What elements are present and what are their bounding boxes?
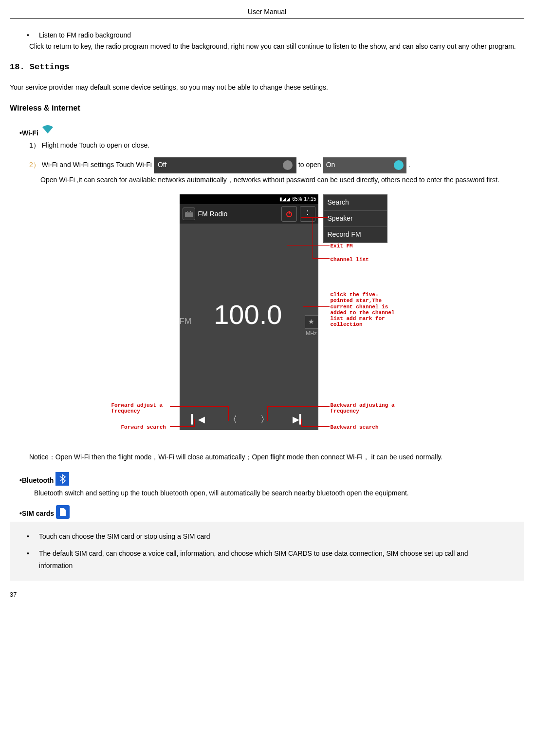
app-title: FM Radio <box>198 209 278 219</box>
sim-b2-text: The default SIM card, can choose a voice… <box>39 548 497 572</box>
wifi-settings-item: 2） Wi-Fi and Wi-Fi settings Touch Wi-Fi … <box>29 157 524 173</box>
wifi-toggle-on[interactable]: On <box>323 157 406 173</box>
bluetooth-icon <box>55 472 69 486</box>
ann-fwd-search: Forward search <box>121 424 166 430</box>
toggle-on-label: On <box>326 160 335 170</box>
wireless-heading: Wireless & internet <box>10 103 524 113</box>
ann-exit: Exit FM <box>331 243 353 249</box>
item2-mid: to open <box>298 160 321 170</box>
settings-heading: 18. Settings <box>10 61 524 73</box>
wifi-row: •Wi-Fi <box>19 123 524 138</box>
app-bar: FM Radio ⋮ <box>180 204 318 224</box>
next-freq-button[interactable]: 〉 <box>260 414 269 426</box>
mhz-label: MHz <box>306 330 317 337</box>
bullet-dot: • <box>27 548 29 572</box>
signal-icon: ▮◢◢ <box>279 196 290 203</box>
wifi-icon <box>38 123 55 138</box>
menu-popup: Search Speaker Record FM <box>323 194 387 243</box>
favorite-star-button[interactable]: ★ <box>305 315 318 329</box>
settings-intro: Your service provider may default some d… <box>10 83 524 93</box>
item1-num: 1） <box>29 141 40 149</box>
battery-pct: 65% <box>292 196 302 203</box>
frequency: 100.0 <box>191 296 304 334</box>
bluetooth-body: Bluetooth switch and setting up the touc… <box>34 489 524 498</box>
wifi-toggle-off[interactable]: Off <box>154 157 296 173</box>
sim-bullet-2: • The default SIM card, can choose a voi… <box>27 548 524 572</box>
prev-freq-button[interactable]: 〈 <box>228 414 237 426</box>
sim-label: •SIM cards <box>19 509 54 519</box>
item2-num: 2） <box>29 160 40 170</box>
item1-text: Flight mode Touch to open or close. <box>42 141 150 149</box>
header-title: User Manual <box>248 8 286 16</box>
wifi-label: •Wi-Fi <box>19 129 38 138</box>
sim-bullet-1: • Touch can choose the SIM card or stop … <box>27 530 524 543</box>
header: User Manual <box>10 7 524 19</box>
phone-frame: ▮◢◢ 65% 17:15 FM Radio ⋮ FM 100.0 ★ MHz <box>180 194 318 430</box>
nav-bar: ▎◀ 〈 〉 ▶▎ <box>180 409 318 430</box>
ann-bwd-search: Backward search <box>331 424 379 430</box>
ann-star: Click the five-pointed star,The current … <box>331 292 401 327</box>
bluetooth-row: •Bluetooth <box>19 472 524 486</box>
bullet-dot: • <box>27 530 29 543</box>
power-button[interactable] <box>281 206 297 222</box>
sim-icon <box>56 505 70 519</box>
ann-fwd-adj: Forward adjust a frequency <box>111 402 170 414</box>
fm-app-icon <box>183 208 195 220</box>
sim-row: •SIM cards <box>19 505 524 519</box>
fm-bg-bullet: • Listen to FM radio background <box>27 31 524 40</box>
menu-item-record[interactable]: Record FM <box>324 227 387 243</box>
fm-bg-desc: Click to return to key, the radio progra… <box>29 42 524 52</box>
toggle-off-label: Off <box>158 160 166 170</box>
flight-mode-item: 1） Flight mode Touch to open or close. <box>29 141 524 151</box>
fm-radio-diagram: ▮◢◢ 65% 17:15 FM Radio ⋮ FM 100.0 ★ MHz <box>92 194 442 443</box>
freq-area: FM 100.0 ★ MHz <box>180 224 318 409</box>
prev-search-button[interactable]: ▎◀ <box>191 414 205 426</box>
menu-item-search[interactable]: Search <box>324 195 387 211</box>
sim-b1-text: Touch can choose the SIM card or stop us… <box>39 530 210 543</box>
item2-end: . <box>408 160 410 170</box>
next-search-button[interactable]: ▶▎ <box>293 414 306 426</box>
item2-pre: Wi-Fi and Wi-Fi settings Touch Wi-Fi <box>42 160 152 170</box>
fm-bg-label: Listen to FM radio background <box>39 31 131 40</box>
page-number: 37 <box>10 590 524 599</box>
ann-bwd-adj: Backward adjusting a frequency <box>331 402 408 414</box>
menu-item-speaker[interactable]: Speaker <box>324 211 387 227</box>
bullet-dot: • <box>27 31 29 40</box>
ann-chlist: Channel list <box>331 257 369 263</box>
fm-label: FM <box>180 316 192 327</box>
wifi-notice: Notice：Open Wi-Fi then the flight mode，W… <box>29 453 524 462</box>
svg-line-2 <box>190 211 191 212</box>
clock: 17:15 <box>304 196 316 203</box>
item2-body: Open Wi-Fi ,it can search for available … <box>40 175 524 185</box>
status-bar: ▮◢◢ 65% 17:15 <box>180 194 318 204</box>
sim-bullets: • Touch can choose the SIM card or stop … <box>10 522 524 581</box>
bluetooth-label: •Bluetooth <box>19 476 54 486</box>
svg-line-1 <box>186 211 188 212</box>
svg-rect-0 <box>185 212 193 217</box>
menu-button[interactable]: ⋮ <box>300 206 315 222</box>
